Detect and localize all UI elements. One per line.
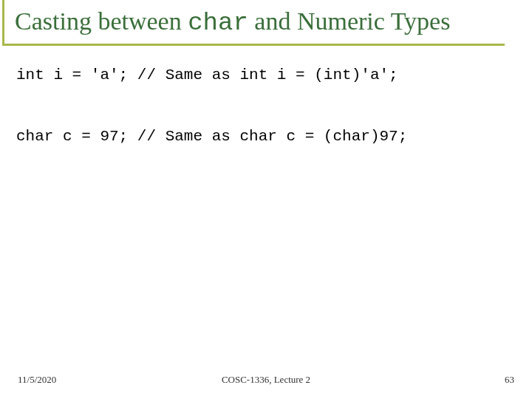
title-mono: char [188, 9, 248, 37]
code-line-2: char c = 97; // Same as char c = (char)9… [16, 128, 516, 145]
code-line-1: int i = 'a'; // Same as int i = (int)'a'… [16, 66, 516, 83]
footer: 11/5/2020 COSC-1336, Lecture 2 63 [0, 374, 532, 386]
slide: Casting between char and Numeric Types i… [0, 0, 532, 399]
title-part2: and Numeric Types [248, 7, 451, 35]
content-area: int i = 'a'; // Same as int i = (int)'a'… [0, 46, 532, 145]
footer-course: COSC-1336, Lecture 2 [222, 374, 310, 386]
title-container: Casting between char and Numeric Types [2, 0, 505, 46]
title-part1: Casting between [15, 7, 188, 35]
footer-date: 11/5/2020 [18, 374, 56, 386]
slide-title: Casting between char and Numeric Types [15, 6, 494, 39]
footer-page: 63 [505, 374, 514, 386]
